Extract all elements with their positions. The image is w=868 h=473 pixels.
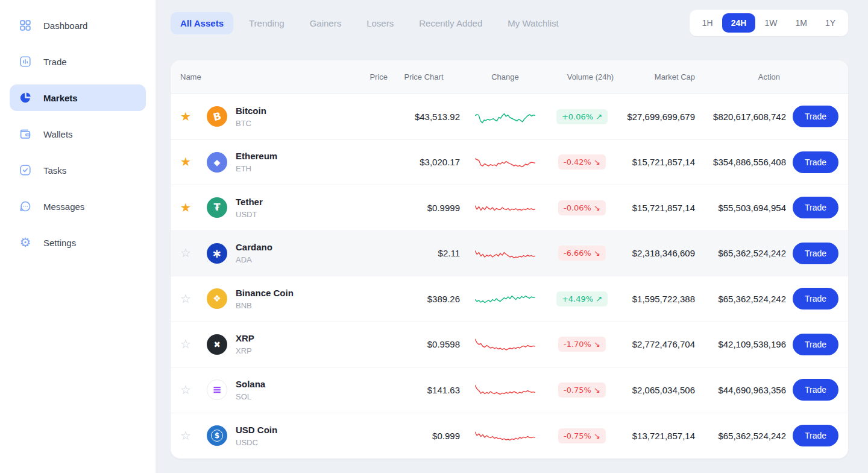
favorite-star-icon[interactable]: ☆ [180,246,191,260]
coin-market-cap: $65,362,524,242 [695,248,786,258]
coin-price: $141.63 [388,385,460,395]
price-sparkline [475,241,535,265]
sidebar-item-label: Messages [43,202,84,212]
trade-button[interactable]: Trade [793,197,838,218]
trade-button[interactable]: Trade [793,425,838,446]
coin-symbol: USDC [236,438,277,447]
trade-button[interactable]: Trade [793,379,838,401]
messages-icon [18,199,33,214]
topbar: All AssetsTrendingGainersLosersRecently … [171,10,848,36]
coin-market-cap: $65,362,524,242 [695,294,786,304]
column-header-action: Action [695,72,786,81]
tab-trending[interactable]: Trending [239,12,294,34]
coin-price: $389.26 [388,294,460,304]
coin-volume: $2,772,476,704 [614,339,695,349]
table-row-xrp: ☆ ✖ XRP XRP $0.9598 -1.70% ↘ $2,772,476,… [171,322,848,368]
column-header-change: Change [460,72,550,81]
trade-button[interactable]: Trade [793,151,838,173]
coin-price: $0.999 [388,431,460,441]
time-range-selector: 1H24H1W1M1Y [690,10,848,36]
coin-market-cap: $55,503,694,954 [695,203,786,213]
tab-recently-added[interactable]: Recently Added [409,12,492,34]
tab-losers[interactable]: Losers [357,12,403,34]
coin-price: $2.11 [388,248,460,258]
usdc-coin-icon: $ [207,425,227,446]
time-range-24h[interactable]: 24H [722,13,756,33]
table-row-sol: ☆ ≡ Solana SOL $141.63 -0.75% ↘ $2,065,0… [171,367,848,413]
trade-button[interactable]: Trade [793,243,838,264]
favorite-star-icon[interactable]: ★ [180,154,191,169]
coin-volume: $2,065,034,506 [614,385,695,395]
coin-glyph-ring: $ [211,430,223,442]
coin-name-block: Binance Coin BNB [236,288,294,310]
favorite-star-icon[interactable]: ☆ [180,428,191,443]
coin-name-block: XRP XRP [236,333,254,355]
coin-symbol: XRP [236,346,254,355]
change-badge: -1.70% ↘ [558,337,606,352]
price-sparkline [475,195,535,220]
coin-name-block: Solana SOL [236,379,265,401]
favorite-star-icon[interactable]: ☆ [180,337,191,351]
coin-name: Solana [236,379,265,389]
asset-tabs: All AssetsTrendingGainersLosersRecently … [171,10,568,34]
coin-volume: $2,318,346,609 [614,248,695,258]
coin-market-cap: $42,109,538,196 [695,339,786,349]
trade-button[interactable]: Trade [793,288,838,310]
time-range-1h[interactable]: 1H [693,13,722,33]
wallets-icon [18,127,33,141]
coin-volume: $13,721,857,14 [614,431,695,441]
coin-name: XRP [236,333,254,343]
btc-coin-icon: B [207,106,227,127]
price-sparkline [475,104,535,129]
price-sparkline [475,424,535,448]
change-badge: -0.06% ↘ [558,200,606,215]
coin-name-block: USD Coin USDC [236,425,277,447]
trade-button[interactable]: Trade [793,106,838,127]
coin-name: USD Coin [236,425,277,435]
trade-button[interactable]: Trade [793,334,838,355]
price-sparkline [475,150,535,174]
time-range-1y[interactable]: 1Y [816,13,844,33]
sidebar-item-settings[interactable]: ⚙ Settings [10,229,146,256]
sidebar-item-tasks[interactable]: Tasks [10,157,146,183]
coin-symbol: ADA [236,255,272,264]
table-row-btc: ★ B Bitcoin BTC $43,513.92 +0.06% ↗ $27,… [171,94,848,140]
favorite-star-icon[interactable]: ☆ [180,291,191,306]
markets-table: NamePricePrice ChartChangeVolume (24h)Ma… [171,60,848,459]
time-range-1m[interactable]: 1M [786,13,816,33]
change-badge: -0.42% ↘ [558,154,606,170]
sidebar-item-dashboard[interactable]: Dashboard [10,12,146,39]
coin-symbol: SOL [236,392,265,401]
xrp-coin-icon: ✖ [207,334,227,355]
time-range-1w[interactable]: 1W [755,13,786,33]
sidebar-item-trade[interactable]: Trade [10,48,146,75]
sidebar-item-wallets[interactable]: Wallets [10,121,146,147]
change-badge: -0.75% ↘ [558,383,606,398]
tab-gainers[interactable]: Gainers [300,12,351,34]
change-badge: +4.49% ↗ [556,291,608,306]
coin-market-cap: $65,362,524,242 [695,431,786,441]
coin-name: Ethereum [236,151,277,161]
sidebar-item-markets[interactable]: Markets [10,84,146,111]
sidebar-item-label: Trade [43,57,67,67]
coin-price: $43,513.92 [388,112,460,122]
sidebar-item-messages[interactable]: Messages [10,193,146,220]
tab-all-assets[interactable]: All Assets [171,12,233,34]
sidebar-item-label: Dashboard [43,21,87,31]
trade-icon [18,54,33,69]
tab-my-watchlist[interactable]: My Watchlist [498,12,568,34]
change-badge: +0.06% ↗ [556,109,608,124]
favorite-star-icon[interactable]: ★ [180,109,191,124]
column-header-price: Price [207,72,388,81]
coin-name: Cardano [236,242,272,252]
sidebar-item-label: Settings [43,238,76,248]
favorite-star-icon[interactable]: ☆ [180,383,191,397]
favorite-star-icon[interactable]: ★ [180,200,191,215]
coin-market-cap: $44,690,963,356 [695,385,786,395]
coin-symbol: BNB [236,301,294,310]
column-header-volume-24h-: Volume (24h) [550,72,614,81]
table-header: NamePricePrice ChartChangeVolume (24h)Ma… [171,60,848,94]
table-row-ada: ☆ ∗ Cardano ADA $2.11 -6.66% ↘ $2,318,34… [171,231,848,277]
coin-volume: $27,699,699,679 [614,112,695,122]
sidebar-item-label: Markets [43,93,78,103]
